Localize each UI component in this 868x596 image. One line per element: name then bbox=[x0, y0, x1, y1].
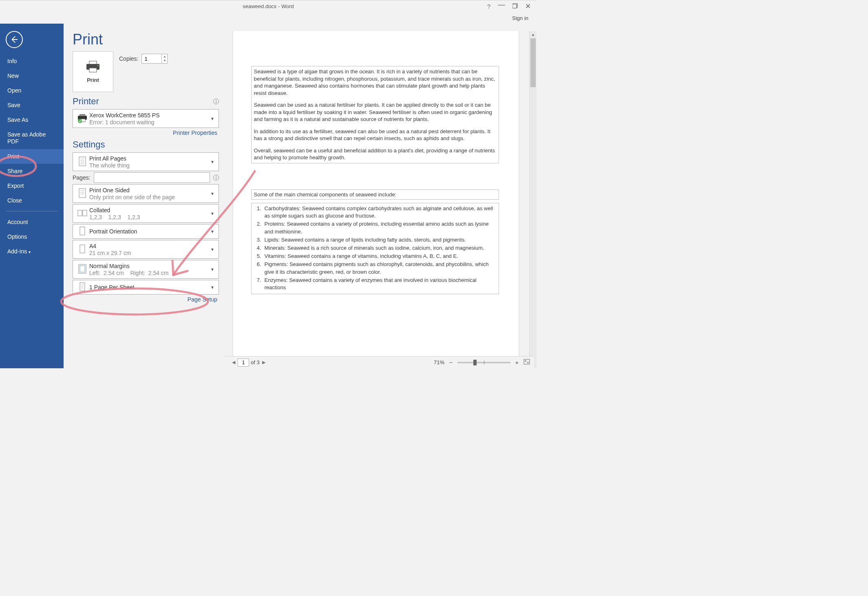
one-sided-icon bbox=[76, 188, 89, 199]
paper-icon bbox=[76, 244, 89, 255]
pages-input[interactable] bbox=[94, 172, 210, 183]
sidebar-item-info[interactable]: Info bbox=[0, 54, 64, 68]
portrait-icon bbox=[76, 226, 89, 237]
close-icon[interactable]: ✕ bbox=[525, 2, 531, 11]
sidebar-item-addins[interactable]: Add-Ins▾ bbox=[0, 244, 64, 259]
sidebar-item-new[interactable]: New bbox=[0, 68, 64, 83]
svg-rect-10 bbox=[79, 157, 86, 166]
printer-selector[interactable]: Xerox WorkCentre 5855 PS Error: 1 docume… bbox=[73, 109, 219, 128]
page-number-input[interactable] bbox=[238, 358, 249, 367]
pages-label: Pages: bbox=[73, 174, 91, 181]
zoom-in-icon[interactable]: + bbox=[514, 359, 520, 366]
preview-ordered-list: 1.Carbohydrates: Seaweed contains comple… bbox=[251, 203, 499, 294]
chevron-down-icon: ▼ bbox=[209, 211, 216, 216]
sidebar-item-export[interactable]: Export bbox=[0, 178, 64, 193]
sidebar-item-save-adobe-pdf[interactable]: Save as Adobe PDF bbox=[0, 127, 64, 149]
scroll-up-icon[interactable]: ▲ bbox=[530, 31, 537, 38]
sides-selector[interactable]: Print One Sided Only print on one side o… bbox=[73, 184, 219, 203]
help-icon[interactable]: ? bbox=[487, 3, 490, 10]
page-setup-link[interactable]: Page Setup bbox=[73, 296, 219, 303]
per-sheet-icon bbox=[76, 282, 89, 293]
sidebar-separator bbox=[6, 211, 58, 211]
spinner-up-icon[interactable]: ▲ bbox=[162, 55, 167, 59]
print-range-selector[interactable]: Print All Pages The whole thing ▼ bbox=[73, 152, 219, 171]
list-item: 7.Enzymes: Seaweed contains a variety of… bbox=[254, 277, 496, 291]
list-item: 1.Carbohydrates: Seaweed contains comple… bbox=[254, 205, 496, 220]
back-button[interactable] bbox=[6, 31, 23, 48]
preview-textbox-1: Seaweed is a type of algae that grows in… bbox=[251, 66, 499, 163]
svg-rect-2 bbox=[89, 61, 97, 64]
scrollbar-thumb[interactable] bbox=[530, 38, 536, 87]
chevron-down-icon: ▼ bbox=[209, 191, 216, 196]
margins-selector[interactable]: Normal Margins Left: 2.54 cm Right: 2.54… bbox=[73, 260, 219, 279]
info-icon[interactable]: i bbox=[213, 99, 219, 104]
svg-rect-4 bbox=[89, 68, 97, 72]
minimize-icon[interactable]: — bbox=[498, 0, 505, 9]
sidebar-item-options[interactable]: Options bbox=[0, 229, 64, 244]
sidebar-item-account[interactable]: Account bbox=[0, 215, 64, 229]
pages-per-sheet-selector[interactable]: 1 Page Per Sheet ▼ bbox=[73, 280, 219, 295]
titlebar: seaweed.docx - Word ? — ✕ bbox=[0, 0, 537, 12]
sidebar-item-save[interactable]: Save bbox=[0, 98, 64, 112]
svg-rect-7 bbox=[80, 114, 85, 116]
margins-icon bbox=[76, 264, 89, 275]
pages-icon bbox=[76, 156, 89, 167]
sidebar-item-print[interactable]: Print bbox=[0, 149, 64, 164]
preview-textbox-2: Some of the main chemical components of … bbox=[251, 189, 499, 200]
svg-rect-19 bbox=[78, 210, 82, 216]
settings-heading: Settings bbox=[73, 139, 219, 150]
info-icon[interactable]: i bbox=[213, 175, 219, 180]
printer-status: Error: 1 document waiting bbox=[89, 119, 209, 125]
printer-properties-link[interactable]: Printer Properties bbox=[73, 130, 219, 136]
collated-icon bbox=[76, 209, 89, 218]
sidebar-item-saveas[interactable]: Save As bbox=[0, 112, 64, 127]
spinner-down-icon[interactable]: ▼ bbox=[162, 59, 167, 63]
print-settings-panel: Print Print Copies: bbox=[64, 24, 225, 368]
chevron-down-icon: ▾ bbox=[29, 250, 31, 254]
preview-footer: ◀ of 3 ▶ 71% − + bbox=[225, 356, 534, 368]
zoom-slider[interactable] bbox=[457, 362, 510, 363]
svg-rect-22 bbox=[80, 245, 85, 253]
list-item: 6.Pigments: Seaweed contains pigments su… bbox=[254, 261, 496, 275]
sidebar-item-open[interactable]: Open bbox=[0, 83, 64, 98]
printer-status-icon bbox=[76, 114, 89, 123]
chevron-down-icon: ▼ bbox=[209, 247, 216, 252]
zoom-slider-thumb[interactable] bbox=[473, 360, 477, 365]
orientation-selector[interactable]: Portrait Orientation ▼ bbox=[73, 224, 219, 239]
svg-rect-15 bbox=[79, 189, 86, 198]
svg-rect-25 bbox=[80, 283, 85, 291]
sidebar-item-close[interactable]: Close bbox=[0, 193, 64, 208]
svg-point-9 bbox=[78, 119, 82, 123]
list-item: 3.Lipids: Seaweed contains a range of li… bbox=[254, 236, 496, 244]
chevron-down-icon: ▼ bbox=[209, 160, 216, 164]
zoom-out-icon[interactable]: − bbox=[448, 359, 454, 366]
svg-rect-1 bbox=[512, 4, 517, 8]
chevron-down-icon: ▼ bbox=[209, 285, 216, 290]
print-button-label: Print bbox=[87, 77, 99, 83]
svg-rect-29 bbox=[524, 359, 530, 364]
page-title: Print bbox=[73, 31, 219, 48]
chevron-down-icon: ▼ bbox=[209, 117, 216, 121]
print-button[interactable]: Print bbox=[73, 51, 113, 92]
sign-in-link[interactable]: Sign in bbox=[512, 15, 528, 21]
copies-spinner[interactable]: ▲ ▼ bbox=[141, 54, 168, 64]
collation-selector[interactable]: Collated 1,2,3 1,2,3 1,2,3 ▼ bbox=[73, 204, 219, 223]
chevron-down-icon: ▼ bbox=[209, 267, 216, 272]
printer-heading: Printer i bbox=[73, 96, 219, 107]
list-item: 5.Vitamins: Seaweed contains a range of … bbox=[254, 253, 496, 260]
page-navigator: ◀ of 3 ▶ bbox=[231, 358, 266, 367]
fit-to-window-icon[interactable] bbox=[523, 359, 530, 366]
preview-page: Seaweed is a type of algae that grows in… bbox=[233, 31, 519, 356]
sidebar-item-share[interactable]: Share bbox=[0, 164, 64, 178]
paper-size-selector[interactable]: A4 21 cm x 29.7 cm ▼ bbox=[73, 240, 219, 259]
vertical-scrollbar[interactable]: ▲ ▼ bbox=[529, 31, 537, 368]
restore-icon[interactable] bbox=[512, 3, 518, 10]
window-title: seaweed.docx - Word bbox=[243, 3, 294, 9]
zoom-percent: 71% bbox=[434, 359, 444, 365]
list-item: 4.Minerals: Seaweed is a rich source of … bbox=[254, 244, 496, 252]
printer-name: Xerox WorkCentre 5855 PS bbox=[89, 112, 209, 119]
prev-page-icon[interactable]: ◀ bbox=[231, 360, 236, 365]
next-page-icon[interactable]: ▶ bbox=[261, 360, 266, 365]
print-preview: Seaweed is a type of algae that grows in… bbox=[225, 24, 537, 368]
copies-input[interactable] bbox=[142, 55, 161, 63]
